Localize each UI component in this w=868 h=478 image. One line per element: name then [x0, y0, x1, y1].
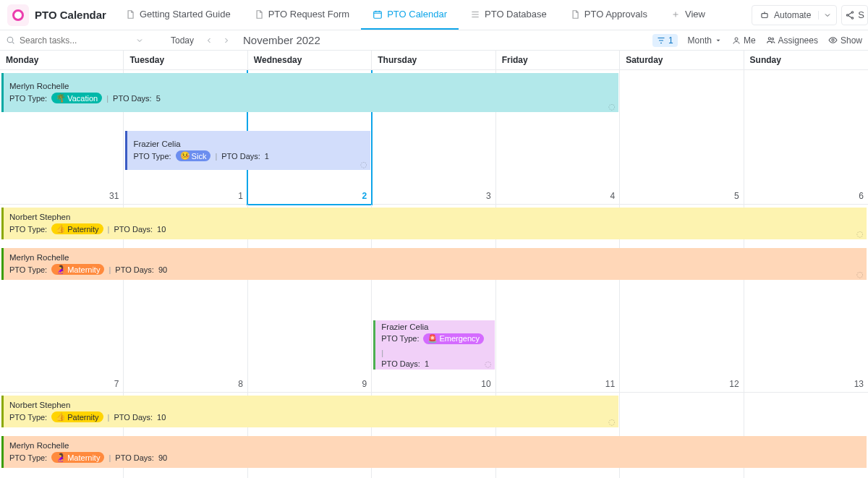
dayhead-sat: Saturday: [620, 51, 744, 69]
day-number: 10: [481, 379, 490, 389]
share-button[interactable]: S: [841, 5, 868, 25]
event-person: Norbert Stephen: [9, 213, 861, 221]
eye-icon: [828, 35, 838, 45]
resize-handle-icon[interactable]: ◌: [485, 360, 492, 367]
tab-request-form[interactable]: PTO Request Form: [242, 0, 361, 30]
tab-pto-calendar[interactable]: PTO Calendar: [361, 0, 459, 30]
calendar-body: 31 1 2 3 4 5 6 Merlyn Rochelle PTO Type:…: [0, 70, 868, 478]
day-number: 3: [486, 191, 491, 201]
calendar-event[interactable]: Frazier Celia PTO Type: 🚨Emergency | PTO…: [373, 320, 494, 370]
view-mode-select[interactable]: Month: [688, 35, 722, 46]
share-icon: [845, 10, 855, 20]
calendar-event[interactable]: Merlyn Rochelle PTO Type: 🌴Vacation | PT…: [1, 73, 618, 112]
resize-handle-icon[interactable]: ◌: [608, 103, 616, 110]
calendar-event[interactable]: Frazier Celia PTO Type: 🤒Sick | PTO Days…: [125, 131, 370, 170]
pto-days-label: PTO Days:: [115, 265, 154, 274]
day-number: 4: [610, 191, 615, 201]
pto-days-value: 10: [157, 225, 166, 234]
search-wrap: [6, 35, 129, 46]
tab-database[interactable]: PTO Database: [459, 0, 558, 30]
event-person: Norbert Stephen: [9, 401, 613, 409]
resize-handle-icon[interactable]: ◌: [360, 161, 367, 168]
share-label: S: [858, 9, 864, 20]
assignees-filter[interactable]: Assignees: [766, 35, 818, 46]
day-number: 9: [362, 379, 367, 389]
automate-button[interactable]: Automate: [752, 5, 837, 25]
robot-icon: [760, 10, 770, 20]
prev-month-button[interactable]: [203, 34, 216, 47]
day-number: 2: [362, 191, 367, 201]
tab-label: View: [685, 9, 705, 20]
pto-days-value: 10: [157, 413, 166, 422]
list-icon: [470, 9, 480, 20]
day-number: 7: [114, 379, 119, 389]
search-icon: [6, 35, 15, 45]
svg-rect-0: [374, 11, 382, 17]
dayhead-thu: Thursday: [372, 51, 495, 69]
tab-add-view[interactable]: View: [659, 0, 717, 30]
week-row: 7 8 9 10 11 12 13 Norbert Stephen PTO Ty…: [0, 205, 868, 393]
week-row: 31 1 2 3 4 5 6 Merlyn Rochelle PTO Type:…: [0, 70, 868, 205]
dayhead-mon: Monday: [0, 51, 124, 69]
resize-handle-icon[interactable]: ◌: [608, 418, 616, 425]
pto-days-label: PTO Days:: [114, 413, 153, 422]
day-number: 6: [859, 191, 864, 201]
pto-type-label: PTO Type:: [9, 94, 47, 103]
event-person: Merlyn Rochelle: [9, 253, 861, 262]
today-button[interactable]: Today: [166, 34, 198, 47]
pto-days-label: PTO Days:: [113, 94, 152, 103]
event-person: Frazier Celia: [133, 140, 365, 148]
day-number: 1: [238, 191, 243, 201]
calendar-event[interactable]: Norbert Stephen PTO Type: 👍Paternity | P…: [1, 208, 867, 239]
search-filter-chevron[interactable]: [133, 34, 146, 47]
day-number: 5: [734, 191, 739, 201]
calendar-toolbar: Today November 2022 1 Month Me Assignees…: [0, 30, 868, 51]
resize-handle-icon[interactable]: ◌: [856, 230, 864, 237]
pto-type-pill: 🤰Maternity: [51, 264, 104, 275]
event-person: Merlyn Rochelle: [9, 441, 861, 450]
svg-point-7: [768, 38, 770, 40]
filter-chip[interactable]: 1: [652, 34, 678, 47]
dayhead-tue: Tuesday: [124, 51, 247, 69]
chevron-down-icon: [818, 11, 832, 20]
svg-point-6: [735, 38, 738, 40]
calendar-event[interactable]: Merlyn Rochelle PTO Type: 🤰Maternity | P…: [1, 248, 867, 280]
calendar-event[interactable]: Merlyn Rochelle PTO Type: 🤰Maternity | P…: [1, 436, 867, 468]
week-row: Norbert Stephen PTO Type: 👍Paternity | P…: [0, 393, 868, 478]
day-number: 11: [605, 379, 615, 389]
pto-days-value: 90: [158, 265, 167, 274]
pto-days-label: PTO Days:: [115, 453, 154, 462]
pto-type-label: PTO Type:: [381, 334, 419, 343]
dayhead-fri: Friday: [496, 51, 620, 69]
show-menu[interactable]: Show: [828, 35, 862, 46]
app-icon: [7, 4, 29, 26]
next-month-button[interactable]: [220, 34, 233, 47]
person-icon: [732, 36, 741, 45]
pto-days-value: 5: [156, 94, 161, 103]
tab-label: PTO Request Form: [268, 9, 349, 20]
calendar-event[interactable]: Norbert Stephen PTO Type: 👍Paternity | P…: [1, 396, 618, 427]
pto-type-label: PTO Type:: [9, 265, 47, 274]
automate-label: Automate: [774, 10, 811, 20]
dayhead-sun: Sunday: [744, 51, 868, 69]
app-title-wrap: PTO Calendar: [6, 0, 114, 30]
pto-type-pill: 🚨Emergency: [423, 333, 484, 344]
doc-icon: [125, 9, 135, 20]
pto-type-label: PTO Type:: [9, 225, 47, 234]
day-number: 8: [238, 379, 243, 389]
tab-approvals[interactable]: PTO Approvals: [558, 0, 659, 30]
dayhead-wed: Wednesday: [248, 51, 372, 69]
tab-getting-started[interactable]: Getting Started Guide: [114, 0, 242, 30]
svg-point-8: [771, 38, 773, 40]
resize-handle-icon[interactable]: ◌: [856, 270, 864, 278]
search-input[interactable]: [20, 35, 106, 46]
svg-point-3: [847, 14, 848, 15]
svg-point-4: [852, 17, 854, 18]
me-filter[interactable]: Me: [732, 35, 756, 46]
tab-label: PTO Database: [485, 9, 547, 20]
svg-point-5: [7, 37, 13, 43]
form-icon: [254, 9, 264, 20]
view-tab-bar: PTO Calendar Getting Started Guide PTO R…: [0, 0, 868, 30]
pto-type-pill: 🌴Vacation: [51, 93, 102, 103]
svg-point-2: [852, 11, 854, 12]
